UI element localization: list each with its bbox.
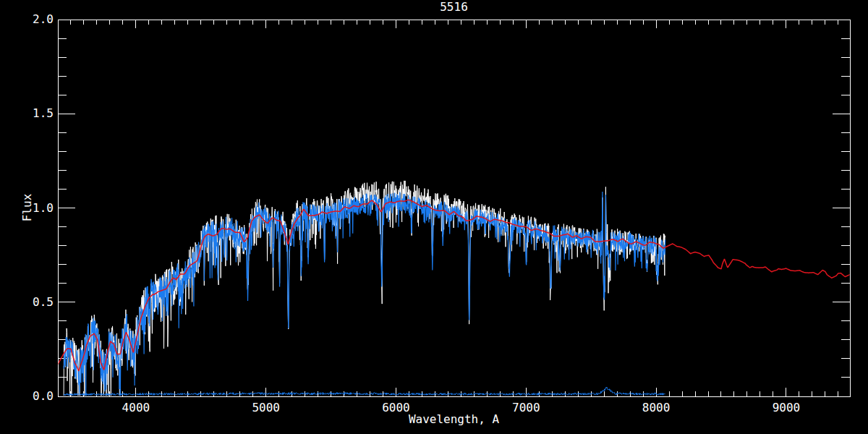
x-tick-label: 9000 (760, 402, 812, 414)
x-axis-label: Wavelength, A (58, 414, 850, 425)
x-tick-label: 4000 (110, 402, 162, 414)
observed-spectrum (64, 192, 665, 396)
error-spectrum (64, 387, 665, 396)
x-tick-label: 8000 (630, 402, 682, 414)
y-tick-label: 2.0 (12, 14, 54, 25)
plot-canvas (0, 0, 868, 434)
y-tick-label: 1.0 (12, 203, 54, 214)
spectrum-figure: 5516 Wavelength, A Flux 4000500060007000… (0, 0, 868, 434)
x-tick-label: 5000 (240, 402, 292, 414)
x-tick-label: 6000 (370, 402, 422, 414)
y-tick-label: 0.0 (12, 391, 54, 402)
y-tick-label: 0.5 (12, 297, 54, 308)
plot-title: 5516 (58, 1, 850, 13)
y-tick-label: 1.5 (12, 108, 54, 119)
x-tick-label: 7000 (500, 402, 552, 414)
